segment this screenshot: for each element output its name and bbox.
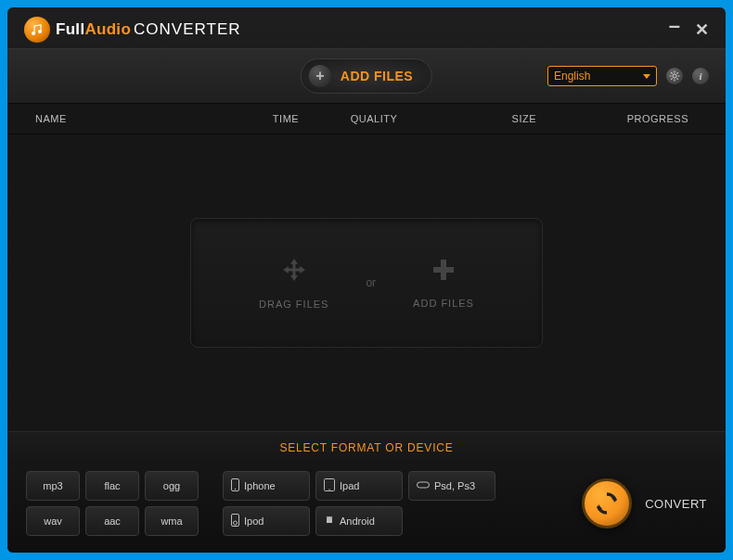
tablet-icon	[324, 478, 335, 494]
device-ipad[interactable]: Ipad	[315, 471, 403, 501]
format-wma[interactable]: wma	[145, 506, 199, 536]
svg-point-25	[234, 521, 238, 525]
language-select[interactable]: English	[547, 66, 657, 86]
column-time: TIME	[249, 113, 323, 124]
column-size: SIZE	[425, 113, 536, 124]
svg-line-26	[327, 516, 328, 518]
svg-point-2	[673, 74, 676, 78]
chevron-down-icon	[643, 74, 650, 79]
device-empty-slot	[408, 506, 495, 536]
svg-rect-16	[287, 269, 302, 272]
device-label: Iphone	[244, 480, 276, 491]
device-grid: Iphone Ipad Psd, Ps3 Ipod Android	[223, 471, 495, 536]
svg-point-0	[32, 32, 35, 35]
svg-line-27	[331, 516, 332, 518]
add-files-button[interactable]: + ADD FILES	[301, 58, 432, 94]
device-ipod[interactable]: Ipod	[223, 506, 310, 536]
format-wav[interactable]: wav	[26, 506, 80, 536]
svg-line-8	[676, 78, 677, 79]
device-iphone[interactable]: Iphone	[223, 471, 310, 501]
language-selected-label: English	[554, 70, 590, 83]
android-icon	[324, 515, 335, 528]
format-mp3[interactable]: mp3	[26, 471, 80, 501]
info-icon: i	[699, 70, 701, 82]
close-button[interactable]: ✕	[695, 21, 709, 38]
svg-point-20	[235, 488, 237, 490]
info-button[interactable]: i	[692, 68, 709, 84]
add-files-dz-label: ADD FILES	[413, 298, 474, 309]
drag-icon	[280, 256, 308, 287]
drag-files-label: DRAG FILES	[259, 299, 328, 310]
column-progress: PROGRESS	[536, 113, 698, 124]
convert-label: CONVERT	[645, 497, 707, 511]
device-label: Ipad	[340, 480, 359, 491]
window-controls: – ✕	[669, 19, 709, 40]
toolbar-right: English i	[547, 66, 709, 86]
add-files-label: ADD FILES	[341, 69, 413, 83]
svg-point-1	[38, 30, 42, 33]
phone-icon	[231, 478, 239, 494]
plus-icon: +	[309, 65, 331, 87]
svg-point-22	[328, 489, 329, 490]
brand-audio: Audio	[84, 20, 131, 38]
format-flac[interactable]: flac	[85, 471, 139, 501]
ipod-icon	[231, 514, 239, 529]
device-psd-ps3[interactable]: Psd, Ps3	[408, 471, 495, 501]
svg-line-10	[676, 72, 677, 73]
plus-large-icon	[431, 257, 457, 286]
gear-icon	[669, 70, 680, 82]
convert-icon	[593, 490, 621, 517]
dropzone-or-label: or	[366, 276, 376, 289]
svg-marker-28	[611, 498, 616, 503]
column-quality: QUALITY	[323, 113, 425, 124]
device-android[interactable]: Android	[315, 506, 403, 536]
device-label: Psd, Ps3	[434, 480, 475, 491]
add-files-target[interactable]: ADD FILES	[413, 257, 474, 309]
svg-line-7	[671, 72, 672, 73]
format-section-label: SELECT FORMAT OR DEVICE	[7, 431, 726, 462]
svg-marker-29	[598, 504, 602, 509]
device-label: Ipod	[244, 515, 264, 527]
format-grid: mp3 flac ogg wav aac wma	[26, 471, 199, 536]
bottom-bar: mp3 flac ogg wav aac wma Iphone Ipad Psd…	[7, 462, 726, 553]
convert-button[interactable]	[582, 478, 632, 528]
format-ogg[interactable]: ogg	[145, 471, 199, 501]
column-name: NAME	[35, 113, 249, 124]
brand-converter: CONVERTER	[134, 20, 240, 38]
svg-line-9	[671, 78, 672, 79]
console-icon	[417, 479, 430, 492]
convert-area: CONVERT	[582, 478, 707, 528]
app-logo: FullAudioCONVERTER	[24, 17, 241, 43]
columns-header: NAME TIME QUALITY SIZE PROGRESS	[7, 104, 726, 134]
app-window: FullAudioCONVERTER – ✕ + ADD FILES Engli…	[7, 7, 726, 553]
minimize-button[interactable]: –	[669, 16, 680, 36]
titlebar: FullAudioCONVERTER – ✕	[7, 7, 726, 48]
brand-full: Full	[56, 20, 84, 38]
drag-files-target[interactable]: DRAG FILES	[259, 256, 328, 310]
format-aac[interactable]: aac	[85, 506, 139, 536]
svg-rect-23	[418, 482, 430, 488]
settings-button[interactable]	[666, 68, 683, 84]
svg-rect-18	[433, 267, 454, 273]
app-title: FullAudioCONVERTER	[56, 20, 241, 39]
toolbar: + ADD FILES English i	[7, 48, 726, 104]
dropzone[interactable]: DRAG FILES or ADD FILES	[190, 218, 543, 348]
logo-icon	[24, 17, 50, 43]
file-list-area: DRAG FILES or ADD FILES	[7, 134, 726, 431]
device-label: Android	[340, 515, 375, 527]
